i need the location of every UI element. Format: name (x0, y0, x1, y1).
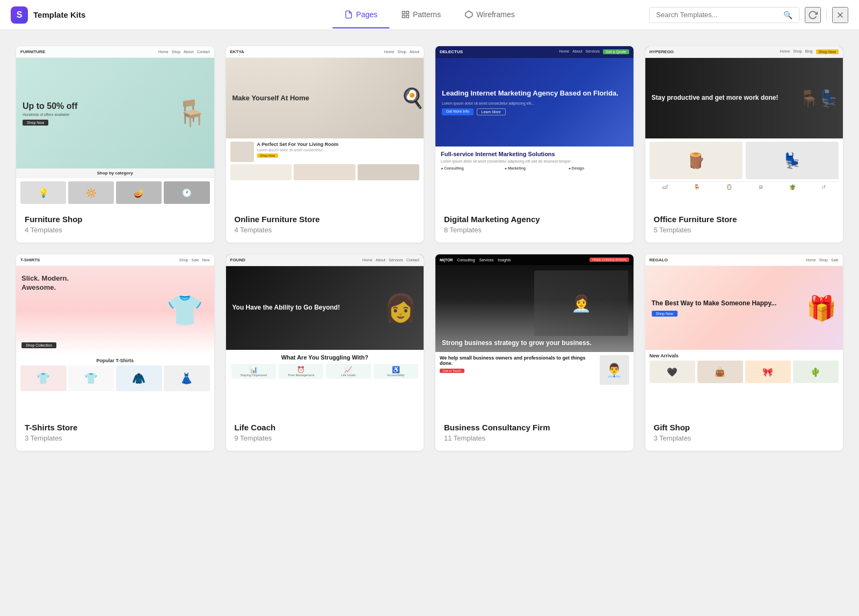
card-info-tshirts: T-Shirts Store 3 Templates (16, 415, 214, 451)
thumbnail-digital-marketing: DELECTUS HomeAboutServices Get a Quote L… (435, 46, 634, 207)
close-button[interactable] (832, 7, 848, 23)
thumbnail-online-furniture: EKTYA HomeShopAbout Make Yourself At Hom… (226, 46, 424, 207)
logo-icon: S (11, 6, 28, 24)
card-meta: 8 Templates (444, 226, 625, 234)
tab-wireframes[interactable]: Wireframes (453, 2, 527, 28)
card-furniture-shop[interactable]: FURNITURE Home Shop About Contact Up to … (16, 46, 214, 243)
tab-wireframes-label: Wireframes (476, 10, 515, 19)
svg-rect-1 (406, 11, 409, 14)
card-title: Business Consultancy Firm (444, 423, 625, 432)
card-online-furniture[interactable]: EKTYA HomeShopAbout Make Yourself At Hom… (226, 46, 424, 243)
card-info-furniture-shop: Furniture Shop 4 Templates (16, 207, 214, 243)
card-info-office-furniture: Office Furniture Store 5 Templates (645, 207, 843, 243)
search-input[interactable] (656, 11, 783, 19)
card-meta: 4 Templates (235, 226, 416, 234)
thumbnail-tshirts: T-SHIRTS ShopSaleNew Slick. Modern.Aweso… (16, 254, 214, 415)
card-gift-shop[interactable]: REGALO HomeShopSale The Best Way to Make… (645, 254, 843, 451)
card-meta: 9 Templates (235, 434, 416, 442)
tab-patterns[interactable]: Patterns (389, 2, 453, 28)
search-icon[interactable]: 🔍 (783, 11, 792, 19)
card-office-furniture[interactable]: HYPEREGO HomeShopBlog Shop Now 🪑💺 Stay p… (645, 46, 843, 243)
app-title: Template Kits (33, 10, 85, 19)
tab-patterns-label: Patterns (413, 10, 441, 19)
main-content: FURNITURE Home Shop About Contact Up to … (0, 30, 859, 467)
thumbnail-life-coach: FOUND HomeAboutServices Contact You Have… (226, 254, 424, 415)
refresh-icon (808, 10, 818, 20)
card-life-coach[interactable]: FOUND HomeAboutServices Contact You Have… (226, 254, 424, 451)
nav-tabs: Pages Patterns Wireframes (332, 2, 526, 28)
card-meta: 5 Templates (654, 226, 835, 234)
card-digital-marketing[interactable]: DELECTUS HomeAboutServices Get a Quote L… (435, 46, 634, 243)
card-meta: 3 Templates (654, 434, 835, 442)
card-info-online-furniture: Online Furniture Store 4 Templates (226, 207, 424, 243)
card-business-consultancy[interactable]: MI|TOR ConsultingServicesInsights FREE C… (435, 254, 634, 451)
tab-pages[interactable]: Pages (332, 2, 389, 28)
card-meta: 4 Templates (25, 226, 206, 234)
logo-area: S Template Kits (11, 6, 118, 24)
card-info-gift-shop: Gift Shop 3 Templates (645, 415, 843, 451)
card-title: Online Furniture Store (235, 215, 416, 224)
card-title: Life Coach (235, 423, 416, 432)
card-tshirts[interactable]: T-SHIRTS ShopSaleNew Slick. Modern.Aweso… (16, 254, 214, 451)
card-info-digital-marketing: Digital Marketing Agency 8 Templates (435, 207, 634, 243)
header-right: 🔍 (649, 7, 848, 23)
card-meta: 11 Templates (444, 434, 625, 442)
svg-rect-3 (402, 15, 405, 18)
card-title: Office Furniture Store (654, 215, 835, 224)
header-divider (826, 10, 827, 20)
card-title: Digital Marketing Agency (444, 215, 625, 224)
patterns-icon (401, 10, 410, 19)
card-title: T-Shirts Store (25, 423, 206, 432)
tab-pages-label: Pages (356, 10, 377, 19)
thumbnail-gift-shop: REGALO HomeShopSale The Best Way to Make… (645, 254, 843, 415)
header: S Template Kits Pages Patterns (0, 0, 859, 30)
template-grid: FURNITURE Home Shop About Contact Up to … (16, 46, 843, 451)
card-title: Furniture Shop (25, 215, 206, 224)
pages-icon (344, 10, 353, 19)
card-info-life-coach: Life Coach 9 Templates (226, 415, 424, 451)
thumbnail-furniture-shop: FURNITURE Home Shop About Contact Up to … (16, 46, 214, 207)
refresh-button[interactable] (805, 7, 821, 23)
thumb-nav: FURNITURE Home Shop About Contact (16, 46, 214, 58)
card-info-business: Business Consultancy Firm 11 Templates (435, 415, 634, 451)
close-icon (835, 10, 845, 20)
thumbnail-office-furniture: HYPEREGO HomeShopBlog Shop Now 🪑💺 Stay p… (645, 46, 843, 207)
svg-rect-0 (402, 11, 405, 14)
thumbnail-business: MI|TOR ConsultingServicesInsights FREE C… (435, 254, 634, 415)
svg-rect-2 (406, 15, 409, 18)
search-box[interactable]: 🔍 (649, 7, 799, 23)
card-meta: 3 Templates (25, 434, 206, 442)
card-title: Gift Shop (654, 423, 835, 432)
svg-marker-4 (465, 11, 472, 18)
wireframes-icon (464, 10, 473, 19)
